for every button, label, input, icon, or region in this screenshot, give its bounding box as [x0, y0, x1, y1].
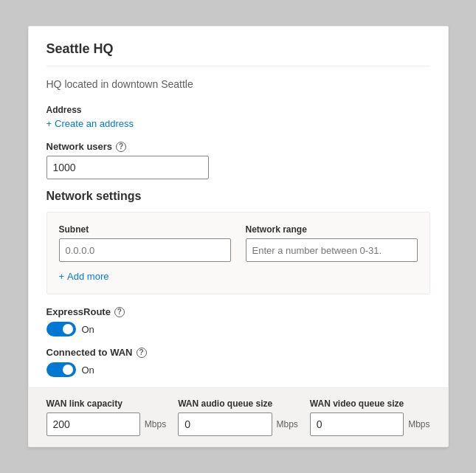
wan-section: WAN link capacity Mbps WAN audio queue s…: [29, 387, 448, 446]
add-more-link[interactable]: + Add more: [59, 271, 418, 282]
subnet-range-row: Subnet Network range: [59, 224, 418, 262]
wan-video-queue-input[interactable]: [310, 412, 404, 436]
create-address-link[interactable]: + Create an address: [46, 118, 430, 129]
wan-video-queue-unit: Mbps: [408, 419, 430, 429]
wan-row: WAN link capacity Mbps WAN audio queue s…: [46, 398, 430, 436]
connected-wan-group: Connected to WAN ? On: [46, 347, 430, 377]
network-users-input[interactable]: [46, 156, 209, 179]
express-route-label-row: ExpressRoute ?: [46, 306, 430, 317]
card-title: Seattle HQ: [46, 41, 430, 57]
connected-wan-toggle-text: On: [82, 365, 94, 376]
network-settings-section: Network settings Subnet Network range + …: [46, 190, 430, 294]
wan-video-queue-col: WAN video queue size Mbps: [310, 398, 430, 436]
connected-wan-toggle[interactable]: [46, 362, 76, 377]
network-range-label: Network range: [246, 224, 418, 235]
address-label: Address: [46, 105, 430, 115]
connected-wan-label-row: Connected to WAN ?: [46, 347, 430, 358]
express-route-label: ExpressRoute: [46, 306, 111, 317]
express-route-toggle[interactable]: [46, 322, 76, 336]
main-card: Seattle HQ HQ located in downtown Seattl…: [28, 26, 449, 447]
plus-icon: +: [46, 118, 52, 129]
connected-wan-slider: [46, 362, 76, 377]
card-subtitle: HQ located in downtown Seattle: [46, 78, 430, 90]
network-range-input[interactable]: [246, 238, 418, 262]
create-address-text: Create an address: [55, 118, 134, 129]
wan-link-capacity-input[interactable]: [46, 412, 140, 436]
wan-audio-queue-label: WAN audio queue size: [178, 398, 298, 409]
wan-video-queue-label: WAN video queue size: [310, 398, 430, 409]
subnet-label: Subnet: [59, 224, 231, 235]
network-users-label: Network users ?: [46, 141, 430, 152]
express-route-group: ExpressRoute ? On: [46, 306, 430, 336]
subnet-input[interactable]: [59, 238, 231, 262]
wan-link-capacity-unit: Mbps: [145, 419, 166, 429]
wan-video-queue-input-wrapper: Mbps: [310, 412, 430, 436]
network-range-col: Network range: [246, 224, 418, 262]
express-route-toggle-row: On: [46, 322, 430, 336]
wan-audio-queue-unit: Mbps: [277, 419, 298, 429]
wan-audio-queue-col: WAN audio queue size Mbps: [178, 398, 298, 436]
add-more-text: Add more: [67, 271, 108, 282]
express-route-slider: [46, 322, 76, 336]
network-users-group: Network users ?: [46, 141, 430, 179]
title-divider: [46, 66, 430, 66]
wan-link-capacity-input-wrapper: Mbps: [46, 412, 167, 436]
express-route-toggle-text: On: [82, 324, 94, 335]
network-users-help-icon[interactable]: ?: [116, 142, 126, 152]
express-route-help-icon[interactable]: ?: [114, 307, 125, 317]
network-box: Subnet Network range + Add more: [46, 212, 430, 294]
connected-wan-label: Connected to WAN: [46, 347, 133, 358]
add-more-plus-icon: +: [59, 271, 65, 282]
connected-wan-help-icon[interactable]: ?: [137, 348, 147, 358]
wan-audio-queue-input-wrapper: Mbps: [178, 412, 298, 436]
wan-link-capacity-label: WAN link capacity: [46, 398, 167, 409]
network-settings-title: Network settings: [46, 190, 430, 203]
wan-link-capacity-col: WAN link capacity Mbps: [46, 398, 167, 436]
wan-audio-queue-input[interactable]: [178, 412, 272, 436]
address-group: Address + Create an address: [46, 105, 430, 129]
subnet-col: Subnet: [59, 224, 231, 262]
connected-wan-toggle-row: On: [46, 362, 430, 377]
